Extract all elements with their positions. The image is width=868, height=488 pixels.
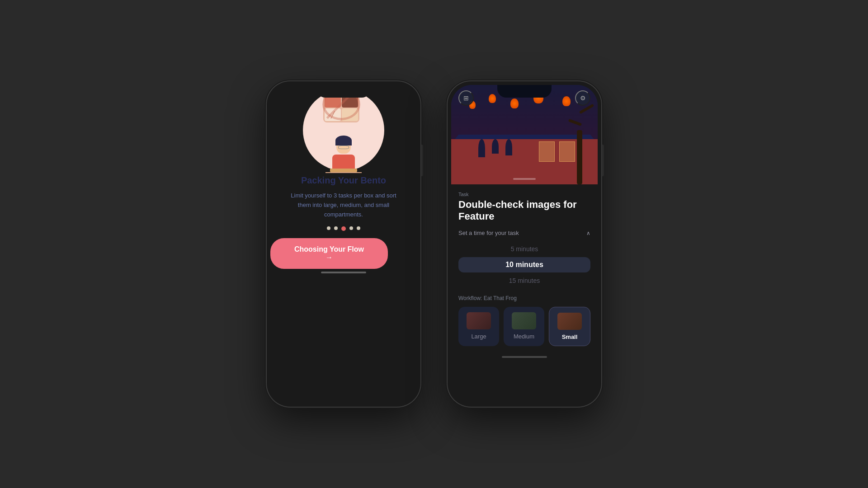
bento-illustration: ╱: [298, 85, 389, 175]
scene-figures: [478, 139, 512, 157]
size-card-medium[interactable]: Medium: [504, 307, 544, 346]
phone-2-screen: ⊞ ⚙ Task Double-check images for Feature…: [451, 85, 598, 403]
small-icon: [557, 313, 582, 330]
scroll-indicator: [513, 178, 536, 180]
settings-button[interactable]: ⚙: [575, 90, 590, 106]
size-options: Large Medium Small: [458, 307, 590, 346]
notch-1: [316, 85, 371, 98]
char-body: [330, 137, 357, 173]
size-label-small: Small: [562, 333, 578, 340]
workflow-section: Workflow: Eat That Frog Large Medium Sma…: [458, 295, 590, 346]
phone-2: ⊞ ⚙ Task Double-check images for Feature…: [448, 81, 601, 407]
book-button[interactable]: ⊞: [458, 90, 474, 106]
settings-icon: ⚙: [580, 94, 586, 102]
phone-2-body: Task Double-check images for Feature Set…: [451, 184, 598, 353]
dot-1[interactable]: [327, 226, 330, 230]
size-label-large: Large: [471, 333, 486, 340]
char-torso: [332, 155, 355, 170]
section-header: Set a time for your task ∧: [458, 230, 590, 236]
illustration-area: ╱: [270, 85, 417, 175]
phone-1-title: Packing Your Bento: [284, 175, 403, 186]
phone-1-content: Packing Your Bento Limit yourself to 3 t…: [270, 175, 417, 219]
phone-1-screen: ╱: [270, 85, 417, 403]
figure-2: [492, 139, 499, 154]
size-label-medium: Medium: [514, 333, 534, 340]
dot-4[interactable]: [349, 226, 353, 230]
workflow-label: Workflow: Eat That Frog: [458, 295, 590, 301]
size-card-large[interactable]: Large: [458, 307, 499, 346]
char-hair: [335, 136, 352, 145]
time-section-label: Set a time for your task: [458, 230, 519, 236]
choosing-flow-button[interactable]: Choosing Your Flow →: [270, 238, 388, 269]
time-picker: 5 minutes 10 minutes 15 minutes: [458, 242, 590, 288]
phone-1: ╱: [267, 81, 420, 407]
chevron-up-icon[interactable]: ∧: [586, 230, 590, 236]
char-underline: [326, 172, 362, 173]
home-indicator-1: [321, 272, 366, 273]
task-title: Double-check images for Feature: [458, 199, 590, 222]
size-card-small[interactable]: Small: [549, 307, 590, 346]
scene-window-2: [539, 141, 555, 162]
figure-1: [478, 139, 485, 157]
scene-image: ⊞ ⚙: [451, 85, 598, 184]
figure-3: [505, 139, 512, 155]
home-indicator-2: [502, 356, 547, 358]
dots-row: [270, 226, 417, 231]
time-section: Set a time for your task ∧ 5 minutes 10 …: [458, 230, 590, 288]
time-option-15[interactable]: 15 minutes: [458, 273, 590, 288]
dot-5[interactable]: [357, 226, 360, 230]
time-option-5[interactable]: 5 minutes: [458, 242, 590, 256]
time-option-10[interactable]: 10 minutes: [458, 257, 590, 272]
dot-3-active[interactable]: [341, 226, 346, 231]
char-glasses: [338, 145, 349, 149]
notch-2: [497, 85, 552, 98]
medium-icon: [512, 312, 536, 329]
book-icon: ⊞: [463, 94, 469, 102]
char-head: [336, 137, 351, 154]
tree-trunk: [577, 130, 582, 184]
dot-2[interactable]: [334, 226, 338, 230]
tree-branch-2: [568, 119, 582, 126]
task-label: Task: [458, 192, 590, 197]
char-laptop: [330, 169, 357, 172]
phone-1-desc: Limit yourself to 3 tasks per box and so…: [284, 191, 403, 219]
character: [330, 137, 357, 173]
large-icon: [467, 312, 491, 329]
